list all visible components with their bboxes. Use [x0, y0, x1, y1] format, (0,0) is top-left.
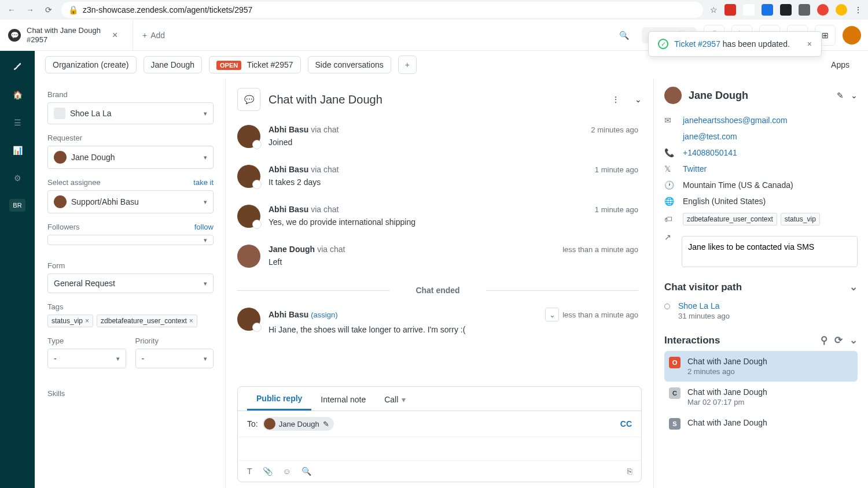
requester-select[interactable]: Jane Dough — [47, 146, 214, 169]
follow-link[interactable]: follow — [194, 223, 214, 231]
reply-input[interactable] — [238, 437, 641, 460]
visitor-path-header[interactable]: Chat visitor path ⌄ — [664, 271, 858, 298]
edit-user-icon[interactable]: ✎ — [837, 91, 844, 100]
followers-label: Followers — [47, 223, 80, 231]
refresh-icon[interactable]: ⟳ — [834, 334, 843, 346]
brand-badge[interactable]: BR — [9, 199, 25, 212]
visitor-path-item[interactable]: Shoe La La 31 minutes ago — [664, 298, 858, 324]
assignee-avatar — [54, 195, 67, 208]
nav-rail: ⟋ 🏠 ☰ 📊 ⚙ BR — [0, 51, 35, 488]
remove-tag-icon[interactable]: × — [85, 317, 89, 325]
tag-item[interactable]: zdbetafeature_user_context× — [97, 315, 197, 327]
zendesk-logo-icon[interactable]: ⟋ — [11, 59, 24, 74]
forward-button[interactable]: → — [24, 4, 36, 16]
ext-t-icon[interactable] — [817, 4, 829, 16]
cc-link[interactable]: CC — [620, 419, 632, 428]
tab-public-reply[interactable]: Public reply — [247, 387, 311, 411]
edit-icon[interactable]: ✎ — [323, 420, 329, 428]
priority-select[interactable]: - — [135, 349, 214, 368]
user-twitter[interactable]: Twitter — [683, 164, 707, 173]
interactions-header: Interactions ⚲ ⟳ ⌄ — [664, 324, 858, 351]
ext-abp-icon[interactable] — [724, 4, 736, 16]
requester-avatar — [54, 151, 67, 164]
assignee-select[interactable]: Support/Abhi Basu — [47, 190, 214, 213]
message-item: Abhi Basuvia chat2 minutes ago Joined — [237, 119, 638, 159]
close-icon[interactable]: × — [112, 30, 117, 40]
reload-button[interactable]: ⟳ — [43, 4, 54, 16]
admin-gear-icon[interactable]: ⚙ — [10, 171, 24, 185]
close-toast-icon[interactable]: × — [807, 39, 812, 49]
ext-camera-icon[interactable] — [780, 4, 792, 16]
ext-puzzle-icon[interactable] — [799, 4, 810, 16]
tab-internal-note[interactable]: Internal note — [311, 387, 375, 411]
collapse-thread-icon[interactable]: ⌄ — [635, 95, 642, 104]
chat-bubble-icon: 💬 — [237, 88, 260, 111]
add-tab-label: Add — [150, 31, 165, 40]
reporting-icon[interactable]: 📊 — [10, 143, 24, 157]
collapse-user-icon[interactable]: ⌄ — [851, 91, 858, 100]
toast-ticket-link[interactable]: Ticket #2957 — [674, 39, 720, 49]
status-closed-icon: C — [669, 387, 681, 399]
ext-calendar-icon[interactable] — [762, 4, 773, 16]
composer-toolbar: T 📎 ☺ 🔍 ⎘ — [238, 460, 641, 482]
apps-toggle[interactable]: Apps — [823, 57, 858, 73]
user-phone[interactable]: +14088050141 — [683, 148, 737, 157]
chevron-down-icon[interactable]: ⌄ — [849, 281, 858, 293]
add-tab-button[interactable]: + Add — [133, 31, 174, 40]
browser-menu-icon[interactable]: ⋮ — [854, 5, 862, 14]
agent-avatar — [237, 165, 260, 188]
thread-title: Chat with Jane Dough — [269, 93, 604, 106]
bookmark-icon[interactable]: ☆ — [710, 5, 718, 14]
followers-input[interactable] — [47, 235, 214, 245]
search-kb-icon[interactable]: 🔍 — [301, 467, 311, 476]
user-avatar — [664, 87, 682, 104]
add-side-conversation[interactable]: + — [398, 56, 417, 74]
interaction-item[interactable]: S Chat with Jane Dough — [664, 412, 858, 435]
attachment-icon[interactable]: 📎 — [263, 467, 273, 476]
user-email-2[interactable]: jane@test.com — [683, 132, 737, 141]
take-it-link[interactable]: take it — [193, 178, 214, 187]
message-list: Abhi Basuvia chat2 minutes ago Joined Ab… — [237, 119, 642, 383]
profile-avatar-icon[interactable] — [836, 4, 847, 16]
clock-icon: 🕐 — [664, 180, 675, 190]
back-button[interactable]: ← — [6, 4, 17, 16]
status-badge: OPEN — [216, 61, 241, 70]
form-select[interactable]: General Request — [47, 273, 214, 293]
views-icon[interactable]: ☰ — [10, 116, 24, 130]
tag-item[interactable]: status_vip× — [47, 315, 93, 327]
tab-call[interactable]: Call▾ — [375, 387, 415, 411]
search-icon[interactable]: 🔍 — [613, 31, 635, 40]
user-name: Jane Dough — [689, 90, 830, 102]
url-bar[interactable]: 🔒 z3n-showcase.zendesk.com/agent/tickets… — [61, 2, 703, 18]
user-notes[interactable] — [682, 236, 858, 267]
brand-select[interactable]: Shoe La La — [47, 102, 214, 124]
emoji-icon[interactable]: ☺ — [283, 467, 291, 476]
update-toast: ✓ Ticket #2957 has been updated. × — [648, 31, 822, 57]
success-check-icon: ✓ — [658, 39, 668, 49]
tab-subtitle: #2957 — [27, 35, 101, 45]
type-select[interactable]: - — [47, 349, 126, 368]
thread-menu-icon[interactable]: ⋮ — [612, 95, 620, 104]
current-user-avatar[interactable] — [843, 26, 861, 45]
macros-icon[interactable]: ⎘ — [627, 467, 632, 476]
agent-avatar — [237, 205, 260, 228]
remove-tag-icon[interactable]: × — [189, 317, 193, 325]
filter-icon[interactable]: ⚲ — [821, 334, 827, 346]
assign-link[interactable]: (assign) — [311, 310, 337, 319]
message-item: Abhi Basuvia chat1 minute ago It takes 2… — [237, 159, 638, 199]
interaction-item[interactable]: C Chat with Jane DoughMar 02 07:17 pm — [664, 382, 858, 412]
requester-chip[interactable]: Jane Dough — [144, 56, 203, 73]
org-chip[interactable]: Organization (create) — [45, 56, 137, 73]
active-ticket-tab[interactable]: 💬 Chat with Jane Dough #2957 × — [0, 20, 133, 50]
format-text-icon[interactable]: T — [247, 467, 252, 476]
ticket-chip[interactable]: OPEN Ticket #2957 — [209, 56, 300, 73]
visibility-dropdown-icon[interactable]: ⌄ — [545, 308, 559, 321]
chevron-down-icon[interactable]: ⌄ — [849, 334, 858, 346]
ext-wand-icon[interactable] — [743, 4, 755, 16]
user-email[interactable]: janeheartsshoes@gmail.com — [683, 116, 788, 125]
chat-ended-divider: Chat ended — [237, 279, 638, 302]
recipient-pill[interactable]: Jane Dough ✎ — [263, 417, 334, 431]
side-conversations-chip[interactable]: Side conversations — [308, 56, 391, 73]
home-icon[interactable]: 🏠 — [10, 88, 24, 102]
interaction-item[interactable]: O Chat with Jane Dough2 minutes ago — [664, 351, 858, 382]
